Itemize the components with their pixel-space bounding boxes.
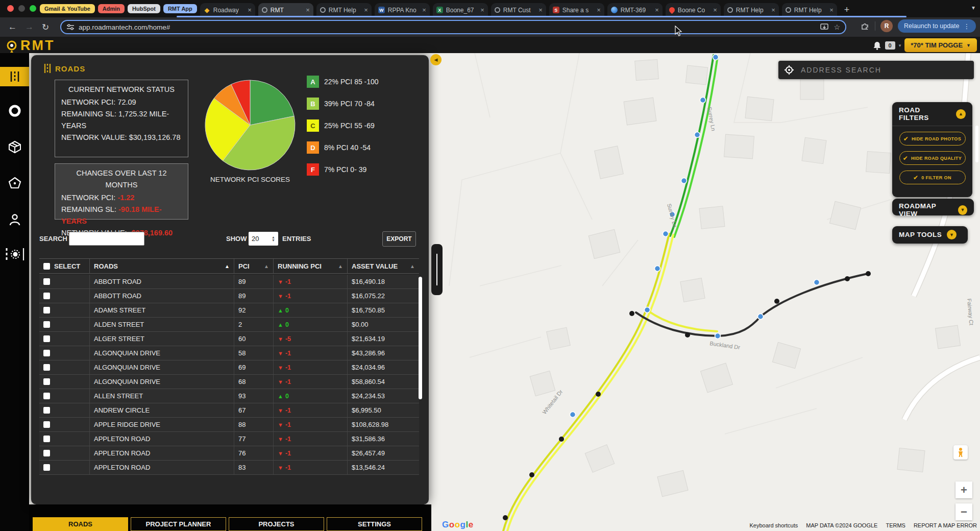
expand-chevron-down-icon[interactable]: ▼ xyxy=(947,230,957,239)
browser-tab[interactable]: XBoone_67× xyxy=(433,3,488,17)
bookmark-star-icon[interactable]: ☆ xyxy=(834,23,840,31)
sort-asc-icon[interactable]: ▲ xyxy=(225,263,230,269)
running-pci-column-header[interactable]: RUNNING PCI ▲ xyxy=(274,259,348,273)
tab-close-icon[interactable]: × xyxy=(829,6,834,14)
sort-icon[interactable]: ▲ xyxy=(264,263,269,269)
browser-tab[interactable]: RMT Help× xyxy=(316,3,372,17)
tab-close-icon[interactable]: × xyxy=(422,6,426,14)
row-checkbox[interactable] xyxy=(43,307,50,313)
collapse-chevron-up-icon[interactable]: ▲ xyxy=(956,109,966,119)
bottom-tab-settings[interactable]: SETTINGS xyxy=(327,517,422,531)
select-column-header[interactable]: SELECT xyxy=(39,259,90,273)
row-checkbox[interactable] xyxy=(43,335,50,342)
bottom-tab-projects[interactable]: PROJECTS xyxy=(229,517,324,531)
tab-close-icon[interactable]: × xyxy=(306,6,310,14)
browser-tab[interactable]: ◆Roadway× xyxy=(200,3,255,17)
user-menu-button[interactable]: *70* TIM POGGE ▼ xyxy=(904,38,977,52)
tab-close-icon[interactable]: × xyxy=(364,6,368,14)
tab-close-icon[interactable]: × xyxy=(248,6,252,14)
sidebar-item-districts[interactable] xyxy=(0,173,29,192)
url-text[interactable]: app.roadmantech.com/home# xyxy=(79,23,815,31)
tab-close-icon[interactable]: × xyxy=(538,6,543,14)
address-search-placeholder[interactable]: ADDRESS SEARCH xyxy=(801,66,881,74)
asset-value-column-header[interactable]: ASSET VALUE ▲ xyxy=(348,259,419,273)
tab-group-pill[interactable]: Gmail & YouTube xyxy=(40,4,95,13)
tab-close-icon[interactable]: × xyxy=(655,6,659,14)
table-scrollbar[interactable] xyxy=(419,277,422,399)
tab-close-icon[interactable]: × xyxy=(597,6,601,14)
bottom-tab-roads[interactable]: ROADS xyxy=(33,517,128,531)
sort-icon[interactable]: ▲ xyxy=(338,263,343,269)
map-tools-header[interactable]: MAP TOOLS ▼ xyxy=(892,226,968,243)
row-checkbox[interactable] xyxy=(43,436,50,442)
notification-caret-icon[interactable]: ▾ xyxy=(899,43,901,48)
close-window-icon[interactable] xyxy=(7,5,14,12)
panel-collapse-button[interactable]: ◀ xyxy=(430,54,442,65)
reload-icon[interactable]: ↻ xyxy=(42,22,49,33)
notification-count-badge[interactable]: 0 xyxy=(885,41,895,50)
extensions-puzzle-icon[interactable] xyxy=(861,21,870,31)
browser-tab[interactable]: RMT Help× xyxy=(782,3,837,17)
panel-drag-handle[interactable] xyxy=(431,244,443,295)
roadmap-view-panel[interactable]: ROADMAP VIEW ▼ xyxy=(892,199,974,215)
browser-tab[interactable]: RMT× xyxy=(258,3,313,17)
browser-tab[interactable]: RMT Cust× xyxy=(491,3,546,17)
row-checkbox[interactable] xyxy=(43,293,50,299)
browser-tab[interactable]: SShare a s× xyxy=(549,3,604,17)
tab-group-pill[interactable]: HubSpot xyxy=(128,4,160,13)
forward-icon[interactable]: → xyxy=(25,22,34,32)
sidebar-item-roads[interactable] xyxy=(0,67,29,86)
zoom-out-button[interactable]: − xyxy=(955,503,972,520)
zoom-in-button[interactable]: + xyxy=(955,481,972,498)
map-tools-panel[interactable]: MAP TOOLS ▼ xyxy=(892,226,968,244)
row-checkbox[interactable] xyxy=(43,278,50,285)
attribution-item[interactable]: TERMS xyxy=(886,522,905,528)
road-filters-header[interactable]: ROAD FILTERS ▲ xyxy=(892,102,972,126)
address-bar[interactable]: app.roadmantech.com/home# ☆ xyxy=(60,20,846,34)
roads-column-header[interactable]: ROADS ▲ xyxy=(90,259,234,273)
stepper-arrows-icon[interactable]: ▲▼ xyxy=(272,236,275,242)
tab-close-icon[interactable]: × xyxy=(480,6,484,14)
sidebar-item-users[interactable] xyxy=(0,210,29,229)
row-checkbox[interactable] xyxy=(43,350,50,356)
browser-tab[interactable]: RMT-369× xyxy=(607,3,663,17)
pegman-streetview-button[interactable] xyxy=(953,445,968,460)
site-settings-icon[interactable] xyxy=(66,23,75,31)
minimize-window-icon[interactable] xyxy=(18,5,25,12)
bell-icon[interactable] xyxy=(873,41,881,50)
row-checkbox[interactable] xyxy=(43,450,50,456)
pci-column-header[interactable]: PCI ▲ xyxy=(234,259,274,273)
row-checkbox[interactable] xyxy=(43,421,50,428)
browser-tab[interactable]: Boone Co× xyxy=(666,3,721,17)
row-checkbox[interactable] xyxy=(43,464,50,471)
browser-menu-icon[interactable]: ⋮ xyxy=(964,22,970,30)
expand-chevron-down-icon[interactable]: ▼ xyxy=(958,205,967,215)
sidebar-item-ring[interactable] xyxy=(0,101,29,120)
filter-button[interactable]: ✔HIDE ROAD PHOTOS xyxy=(899,132,966,146)
filter-button[interactable]: ✔0 FILTER ON xyxy=(899,171,966,184)
row-checkbox[interactable] xyxy=(43,364,50,371)
tab-close-icon[interactable]: × xyxy=(771,6,775,14)
browser-tab[interactable]: WRPPA Kno× xyxy=(375,3,430,17)
row-checkbox[interactable] xyxy=(43,321,50,328)
address-search[interactable]: ADDRESS SEARCH xyxy=(778,61,974,79)
row-checkbox[interactable] xyxy=(43,407,50,414)
roadmap-view-header[interactable]: ROADMAP VIEW ▼ xyxy=(892,199,974,221)
back-icon[interactable]: ← xyxy=(8,22,17,32)
sidebar-item-assets[interactable] xyxy=(0,137,29,157)
profile-avatar[interactable]: R xyxy=(880,20,893,32)
sort-icon[interactable]: ▲ xyxy=(410,263,415,269)
tab-search-chevron-icon[interactable]: ▾ xyxy=(972,4,975,11)
bottom-tab-project-planner[interactable]: PROJECT PLANNER xyxy=(131,517,226,531)
browser-tab[interactable]: RMT Help× xyxy=(724,3,779,17)
tab-group-pill[interactable]: Admin xyxy=(98,4,125,13)
row-checkbox[interactable] xyxy=(43,378,50,385)
maximize-window-icon[interactable] xyxy=(30,5,36,12)
search-input[interactable] xyxy=(69,232,144,246)
attribution-item[interactable]: REPORT A MAP ERROR xyxy=(914,522,977,528)
filter-button[interactable]: ✔HIDE ROAD QUALITY xyxy=(899,151,966,165)
relaunch-button[interactable]: Relaunch to update ⋮ xyxy=(898,19,976,33)
row-checkbox[interactable] xyxy=(43,393,50,399)
sidebar-item-road-survey[interactable] xyxy=(0,245,29,264)
tab-group-pill[interactable]: RMT App xyxy=(163,4,197,13)
